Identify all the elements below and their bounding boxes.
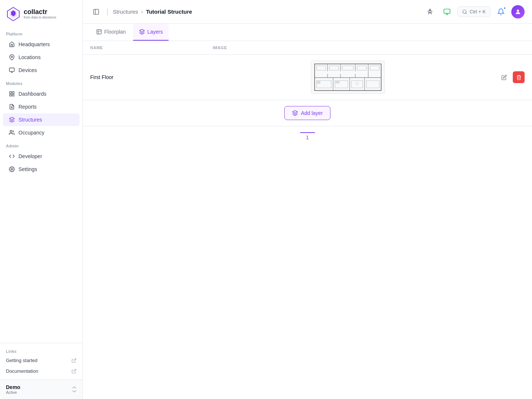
edit-button[interactable] [498,71,510,83]
pagination: 1 [83,126,532,146]
documentation-link[interactable]: Documentation [0,366,82,376]
tab-layers-label: Layers [147,29,163,35]
tabs-bar: Floorplan Layers [83,24,532,41]
sidebar-item-settings[interactable]: Settings [3,163,79,175]
sidebar-item-reports[interactable]: Reports [3,100,79,113]
add-layer-button[interactable]: Add layer [284,106,331,120]
svg-rect-18 [94,9,99,14]
reports-label: Reports [18,104,37,110]
topbar: | Structures › Tutorial Structure Ctrl +… [83,0,532,24]
svg-rect-7 [10,92,11,93]
svg-rect-50 [317,81,320,83]
svg-point-15 [11,168,13,170]
page-number[interactable]: 1 [306,134,309,140]
sidebar-item-locations[interactable]: Locations [3,51,79,64]
sidebar-item-dashboards[interactable]: Dashboards [3,88,79,100]
occupancy-label: Occupancy [18,130,44,136]
breadcrumb-chevron: › [141,8,143,15]
sidebar-item-devices[interactable]: Devices [3,64,79,76]
users-icon [9,130,15,136]
breadcrumb-separator: | [106,7,108,16]
getting-started-link[interactable]: Getting started [0,355,82,366]
floor-image [311,61,385,94]
modules-label: Modules [0,77,82,87]
tab-layers[interactable]: Layers [133,24,169,41]
content-area: Name Image First Floor [83,41,532,399]
breadcrumb-current: Tutorial Structure [146,8,192,15]
admin-label: Admin [0,139,82,150]
topbar-actions: Ctrl + K [423,5,525,18]
row-name-cell: First Floor [83,55,205,100]
dashboards-label: Dashboards [18,91,47,97]
row-actions [498,71,525,83]
breadcrumb: Structures › Tutorial Structure [113,8,192,15]
svg-rect-27 [97,30,101,34]
layers-tab-icon [139,29,145,35]
add-layer-cell: Add layer [83,100,532,126]
links-label: Links [0,346,82,355]
user-name: Demo [6,384,20,390]
floor-image-wrapper [213,61,483,94]
layers-table: Name Image First Floor [83,41,532,126]
floorplan-drawing [313,62,383,92]
svg-point-24 [463,10,466,13]
svg-point-3 [11,56,13,58]
svg-rect-4 [9,68,14,71]
chevrons-icon [72,386,77,393]
breadcrumb-parent[interactable]: Structures [113,8,138,15]
sidebar-item-occupancy[interactable]: Occupancy [3,126,79,139]
sidebar-toggle-button[interactable] [90,6,102,18]
avatar[interactable] [511,5,525,18]
accessibility-button[interactable] [423,5,437,18]
monitor-button[interactable] [440,5,454,18]
tab-floorplan-label: Floorplan [104,29,126,35]
getting-started-label: Getting started [6,358,37,363]
logo-tagline: from data to decisions [24,16,56,20]
svg-marker-28 [140,29,145,32]
svg-rect-21 [444,9,450,13]
external-link-2-icon [71,369,77,374]
row-image-cell [205,55,491,100]
delete-button[interactable] [513,71,525,83]
floorplan-icon [96,29,102,35]
documentation-label: Documentation [6,368,38,374]
svg-rect-9 [12,94,14,96]
settings-label: Settings [18,166,37,172]
logo-name: collactr [24,8,56,16]
svg-rect-8 [12,92,14,93]
devices-label: Devices [18,67,37,73]
column-name: Name [83,41,205,55]
svg-line-25 [466,13,467,14]
search-button[interactable]: Ctrl + K [457,6,491,17]
grid-icon [9,91,15,97]
notification-button[interactable] [494,5,508,18]
add-layer-label: Add layer [301,110,323,116]
tab-floorplan[interactable]: Floorplan [90,24,132,41]
table-body: First Floor [83,55,532,126]
platform-label: Platform [0,27,82,38]
svg-rect-10 [10,94,11,96]
accessibility-icon [426,8,434,16]
map-pin-icon [9,54,15,60]
developer-label: Developer [18,153,42,159]
monitor-2-icon [443,8,451,16]
logo-icon [6,7,21,21]
sidebar-toggle-icon [93,8,99,15]
notification-dot [503,7,506,10]
code-icon [9,153,15,159]
svg-marker-13 [9,117,14,120]
table-header: Name Image [83,41,532,55]
file-icon [9,104,15,110]
page-divider [300,132,315,133]
home-icon [9,41,15,47]
sidebar-user[interactable]: Demo Active [0,379,82,399]
sidebar-item-structures[interactable]: Structures [3,113,79,126]
svg-line-17 [74,369,76,371]
sidebar-item-developer[interactable]: Developer [3,150,79,163]
svg-line-16 [74,358,76,361]
topbar-left: | Structures › Tutorial Structure [90,6,192,18]
sidebar-item-headquarters[interactable]: Headquarters [3,38,79,51]
floor-name: First Floor [90,74,113,80]
svg-point-14 [10,130,12,132]
user-status: Active [6,390,20,395]
